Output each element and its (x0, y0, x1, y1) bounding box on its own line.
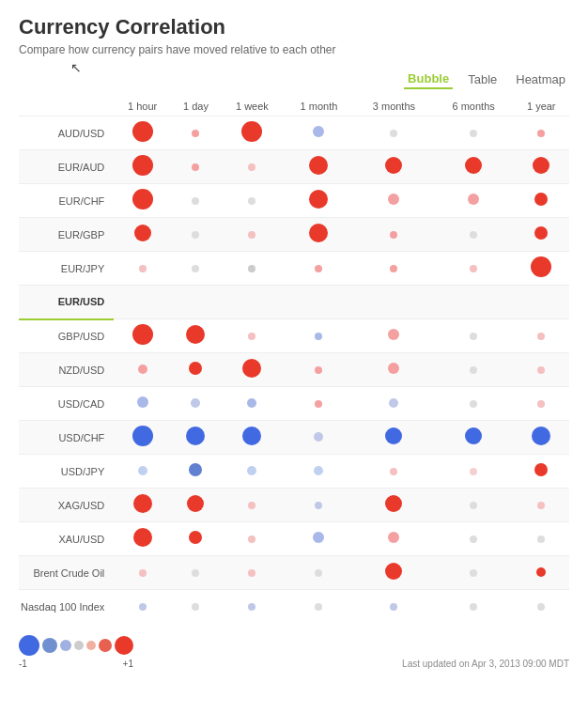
bubble-cell[interactable] (354, 556, 434, 590)
heatmap-view-btn[interactable]: Heatmap (512, 70, 569, 88)
bubble-cell[interactable] (171, 184, 221, 218)
bubble-cell[interactable] (354, 252, 434, 286)
bubble-cell[interactable] (171, 150, 221, 184)
bubble-cell[interactable] (171, 116, 221, 150)
col-header-3months[interactable]: 3 months (354, 97, 434, 116)
bubble-cell[interactable] (114, 387, 171, 421)
bubble-cell[interactable] (284, 319, 354, 353)
bubble-cell[interactable] (114, 150, 171, 184)
bubble-cell[interactable] (434, 489, 514, 522)
bubble-cell[interactable] (171, 455, 221, 489)
bubble-cell[interactable] (114, 353, 171, 387)
bubble-cell[interactable] (354, 353, 434, 387)
bubble-cell[interactable] (114, 184, 171, 218)
bubble-cell[interactable] (354, 421, 434, 455)
bubble-cell[interactable] (434, 387, 514, 421)
table-row[interactable]: XAG/USD (19, 489, 569, 522)
bubble-cell[interactable] (434, 184, 514, 218)
bubble-cell[interactable] (354, 286, 434, 319)
bubble-cell[interactable] (221, 116, 284, 150)
col-header-6months[interactable]: 6 months (434, 97, 514, 116)
bubble-cell[interactable] (284, 184, 354, 218)
col-header-1week[interactable]: 1 week (221, 97, 284, 116)
bubble-cell[interactable] (221, 522, 284, 556)
bubble-cell[interactable] (434, 590, 514, 624)
bubble-cell[interactable] (434, 353, 514, 387)
table-row[interactable]: AUD/USD (19, 116, 569, 150)
col-header-1day[interactable]: 1 day (171, 97, 221, 116)
bubble-cell[interactable] (284, 218, 354, 252)
table-row[interactable]: USD/JPY (19, 455, 569, 489)
bubble-cell[interactable] (284, 489, 354, 522)
bubble-cell[interactable] (513, 387, 569, 421)
bubble-cell[interactable] (513, 116, 569, 150)
table-row[interactable]: XAU/USD (19, 522, 569, 556)
bubble-cell[interactable] (114, 522, 171, 556)
bubble-cell[interactable] (171, 489, 221, 522)
bubble-cell[interactable] (354, 455, 434, 489)
bubble-cell[interactable] (434, 522, 514, 556)
bubble-cell[interactable] (434, 150, 514, 184)
bubble-cell[interactable] (434, 319, 514, 353)
table-row[interactable]: EUR/AUD (19, 150, 569, 184)
bubble-cell[interactable] (284, 522, 354, 556)
col-header-1month[interactable]: 1 month (284, 97, 354, 116)
bubble-cell[interactable] (513, 522, 569, 556)
bubble-cell[interactable] (171, 387, 221, 421)
bubble-cell[interactable] (284, 421, 354, 455)
bubble-cell[interactable] (284, 150, 354, 184)
bubble-cell[interactable] (221, 421, 284, 455)
bubble-cell[interactable] (171, 522, 221, 556)
bubble-cell[interactable] (513, 218, 569, 252)
bubble-cell[interactable] (114, 455, 171, 489)
bubble-cell[interactable] (221, 489, 284, 522)
bubble-cell[interactable] (171, 556, 221, 590)
col-header-1year[interactable]: 1 year (513, 97, 569, 116)
bubble-cell[interactable] (171, 590, 221, 624)
bubble-cell[interactable] (434, 421, 514, 455)
bubble-cell[interactable] (354, 184, 434, 218)
bubble-cell[interactable] (513, 353, 569, 387)
bubble-cell[interactable] (221, 218, 284, 252)
bubble-cell[interactable] (171, 218, 221, 252)
bubble-cell[interactable] (284, 387, 354, 421)
bubble-cell[interactable] (354, 150, 434, 184)
bubble-cell[interactable] (114, 489, 171, 522)
bubble-cell[interactable] (171, 353, 221, 387)
bubble-cell[interactable] (114, 116, 171, 150)
bubble-cell[interactable] (221, 387, 284, 421)
table-row[interactable]: USD/CAD (19, 387, 569, 421)
table-row[interactable]: EUR/JPY (19, 252, 569, 286)
bubble-cell[interactable] (221, 286, 284, 319)
table-row[interactable]: GBP/USD (19, 319, 569, 353)
bubble-cell[interactable] (434, 556, 514, 590)
table-row[interactable]: EUR/USD (19, 286, 569, 319)
bubble-cell[interactable] (171, 421, 221, 455)
bubble-cell[interactable] (284, 590, 354, 624)
bubble-cell[interactable] (221, 184, 284, 218)
bubble-cell[interactable] (354, 319, 434, 353)
bubble-cell[interactable] (114, 590, 171, 624)
table-view-btn[interactable]: Table (464, 70, 501, 88)
bubble-cell[interactable] (221, 556, 284, 590)
table-row[interactable]: EUR/GBP (19, 218, 569, 252)
bubble-cell[interactable] (513, 556, 569, 590)
bubble-cell[interactable] (284, 455, 354, 489)
bubble-cell[interactable] (434, 455, 514, 489)
bubble-cell[interactable] (171, 319, 221, 353)
bubble-cell[interactable] (284, 116, 354, 150)
bubble-cell[interactable] (513, 184, 569, 218)
bubble-cell[interactable] (354, 387, 434, 421)
bubble-cell[interactable] (221, 455, 284, 489)
bubble-cell[interactable] (513, 421, 569, 455)
bubble-cell[interactable] (221, 150, 284, 184)
bubble-cell[interactable] (284, 353, 354, 387)
bubble-cell[interactable] (513, 150, 569, 184)
bubble-cell[interactable] (284, 286, 354, 319)
bubble-cell[interactable] (114, 218, 171, 252)
bubble-cell[interactable] (221, 252, 284, 286)
bubble-cell[interactable] (434, 252, 514, 286)
bubble-cell[interactable] (354, 218, 434, 252)
bubble-cell[interactable] (221, 353, 284, 387)
bubble-cell[interactable] (354, 590, 434, 624)
